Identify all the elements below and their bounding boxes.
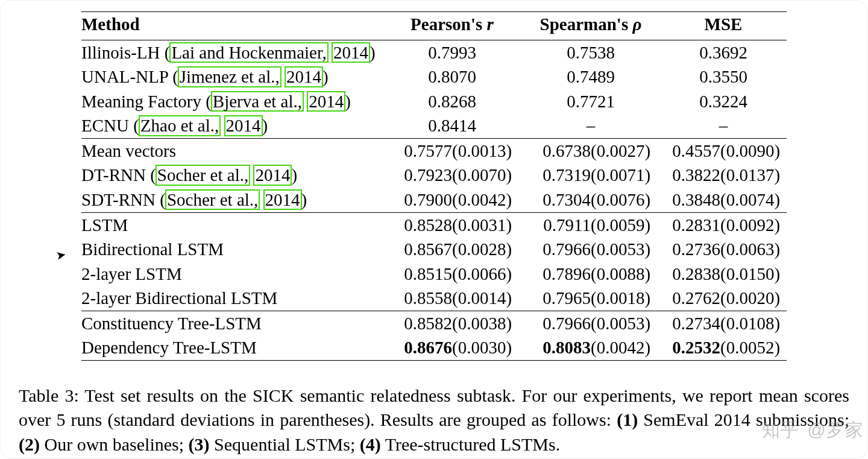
mse-cell: 0.3224 [660,89,787,114]
mse-std-cell: (0.0020) [720,286,787,311]
spearman-cell: 0.7489 [521,65,660,89]
spearman-std-cell: (0.0053) [591,311,660,335]
method-cell: Bidirectional LSTM [81,237,383,262]
mse-std-cell: (0.0090) [720,138,787,163]
table-row: 2-layer LSTM 0.8515(0.0066) 0.7896(0.008… [81,262,787,286]
pearson-cell: 0.8070 [383,65,521,89]
spearman-std-cell: (0.0027) [591,138,660,163]
mse-cell: 0.2762 [660,286,720,311]
citation-link[interactable]: Zhao et al., [139,115,221,136]
method-cell: Mean vectors [81,138,383,163]
table-header-row: Method Pearson's r Spearman's ρ MSE [81,12,787,40]
citation-link[interactable]: Socher et al., [165,189,260,210]
results-table: Method Pearson's r Spearman's ρ MSE Illi… [81,11,787,361]
method-cell: UNAL-NLP (Jimenez et al., 2014) [81,65,383,89]
mse-cell: 0.2838 [660,262,720,286]
pearson-std-cell: (0.0028) [452,237,521,262]
mse-cell: 0.3692 [660,40,787,65]
pearson-cell: 0.8582 [383,311,452,335]
spearman-std-cell: (0.0076) [591,188,660,212]
spearman-std-cell: (0.0018) [591,286,660,311]
header-spearman: Spearman's ρ [521,12,660,40]
spearman-cell: – [521,113,660,138]
pearson-std-cell: (0.0038) [452,311,521,335]
pearson-cell: 0.8515 [383,262,452,286]
table-row: Mean vectors 0.7577(0.0013) 0.6738(0.002… [81,138,787,163]
table-row: Illinois-LH (Lai and Hockenmaier, 2014) … [81,40,787,65]
citation-link[interactable]: Jimenez et al., [178,66,281,87]
mse-cell: 0.4557 [660,138,720,163]
pearson-std-cell: (0.0070) [452,163,521,188]
table-row: 2-layer Bidirectional LSTM 0.8558(0.0014… [81,286,787,311]
spearman-std-cell: (0.0071) [591,163,660,188]
method-cell: Constituency Tree-LSTM [81,311,383,335]
spearman-cell: 0.7304 [521,188,591,212]
pearson-cell: 0.8528 [383,212,452,237]
header-method: Method [81,12,383,40]
mse-std-cell: (0.0063) [720,237,787,262]
citation-link[interactable]: 2014 [263,189,302,210]
spearman-std-cell: (0.0053) [591,237,660,262]
citation-link[interactable]: 2014 [253,165,292,185]
method-cell: LSTM [81,212,383,237]
pearson-std-cell: (0.0030) [452,335,521,360]
table-caption: Table 3: Test set results on the SICK se… [19,384,849,457]
pearson-cell: 0.8268 [383,89,521,114]
mse-std-cell: (0.0052) [720,335,787,360]
mse-cell: 0.2734 [660,311,720,335]
table-row: SDT-RNN (Socher et al., 2014) 0.7900(0.0… [81,188,787,212]
pearson-cell: 0.7577 [383,138,452,163]
spearman-cell: 0.6738 [521,138,591,163]
mse-cell: 0.2532 [660,335,720,360]
method-cell: Dependency Tree-LSTM [81,335,383,360]
table-row: UNAL-NLP (Jimenez et al., 2014) 0.8070 0… [81,65,787,89]
citation-link[interactable]: 2014 [285,66,323,87]
mse-std-cell: (0.0074) [720,188,787,212]
spearman-cell: 0.7966 [521,237,591,262]
table-row: Dependency Tree-LSTM 0.8676(0.0030) 0.80… [81,335,787,360]
pearson-cell: 0.7923 [383,163,452,188]
pearson-cell: 0.7993 [383,40,521,65]
spearman-std-cell: (0.0042) [591,335,660,360]
spearman-cell: 0.7911 [521,212,591,237]
citation-link[interactable]: Lai and Hockenmaier, [169,42,328,63]
citation-link[interactable]: 2014 [307,91,345,112]
header-pearson: Pearson's r [383,12,521,40]
method-cell: Illinois-LH (Lai and Hockenmaier, 2014) [81,40,383,65]
pearson-cell: 0.7900 [383,188,452,212]
table-row: Meaning Factory (Bjerva et al., 2014) 0.… [81,89,787,114]
method-cell: 2-layer Bidirectional LSTM [81,286,383,311]
pearson-std-cell: (0.0014) [452,286,521,311]
mse-std-cell: (0.0137) [720,163,787,188]
table-row: Constituency Tree-LSTM 0.8582(0.0038) 0.… [81,311,787,335]
citation-link[interactable]: 2014 [332,42,370,63]
table-row: ECNU (Zhao et al., 2014) 0.8414 – – [81,113,787,138]
table-row: DT-RNN (Socher et al., 2014) 0.7923(0.00… [81,163,787,188]
method-cell: 2-layer LSTM [81,262,383,286]
pearson-cell: 0.8414 [383,113,521,138]
method-cell: ECNU (Zhao et al., 2014) [81,113,383,138]
pearson-std-cell: (0.0013) [452,138,521,163]
pearson-cell: 0.8567 [383,237,452,262]
mse-cell: 0.3822 [660,163,720,188]
spearman-cell: 0.7966 [521,311,591,335]
citation-link[interactable]: 2014 [224,115,263,136]
mse-std-cell: (0.0150) [720,262,787,286]
table-row: LSTM 0.8528(0.0031) 0.7911(0.0059) 0.283… [81,212,787,237]
method-cell: DT-RNN (Socher et al., 2014) [81,163,383,188]
mse-cell: 0.3550 [660,65,787,89]
spearman-cell: 0.7721 [521,89,660,114]
citation-link[interactable]: Bjerva et al., [211,91,304,112]
mse-cell: – [660,113,787,138]
spearman-cell: 0.7538 [521,40,660,65]
mse-cell: 0.2736 [660,237,720,262]
pearson-std-cell: (0.0042) [452,188,521,212]
citation-link[interactable]: Socher et al., [156,165,250,185]
mse-cell: 0.2831 [660,212,720,237]
page: Method Pearson's r Spearman's ρ MSE Illi… [0,0,868,459]
pearson-cell: 0.8676 [383,335,452,360]
spearman-cell: 0.7319 [521,163,591,188]
method-cell: SDT-RNN (Socher et al., 2014) [81,188,383,212]
spearman-std-cell: (0.0059) [591,212,660,237]
header-mse: MSE [660,12,787,40]
